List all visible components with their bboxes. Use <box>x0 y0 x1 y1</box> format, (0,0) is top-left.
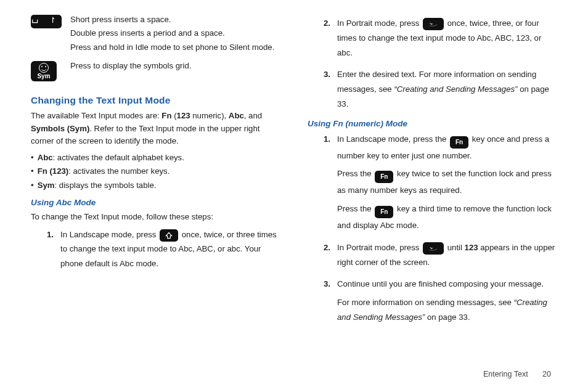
list-item: Sym: displays the symbols table. <box>31 179 280 192</box>
key-row-space: ⌴ ⨡ Short press inserts a space. Double … <box>31 14 280 55</box>
intro-paragraph: The available Text Input modes are: Fn (… <box>31 110 280 147</box>
text: on page 33. <box>425 312 470 322</box>
footer-page-number: 20 <box>542 370 551 378</box>
page-footer: Entering Text 20 <box>483 370 551 378</box>
left-column: ⌴ ⨡ Short press inserts a space. Double … <box>31 14 294 392</box>
text: until <box>447 243 465 252</box>
list-item: In Portrait mode, press *a↑ until 123 ap… <box>324 240 557 270</box>
list-item: Continue until you are finished composin… <box>324 277 557 324</box>
key-row-sym: Sym Press to display the symbols grid. <box>31 60 280 81</box>
text: Sym <box>38 181 55 190</box>
text: The available Text Input modes are: <box>31 111 161 120</box>
text: ( <box>171 111 176 120</box>
text: Double press inserts a period and a spac… <box>70 27 274 39</box>
fn-key-icon: Fn <box>375 171 393 183</box>
list-item: Enter the desired text. For more informa… <box>324 67 557 111</box>
text: : activates the default alphabet keys. <box>53 153 184 162</box>
mode-bullet-list: Abc: activates the default alphabet keys… <box>31 152 280 192</box>
text: In Landscape mode, press <box>60 230 158 239</box>
heading-changing-mode: Changing the Text Input Mode <box>31 95 280 106</box>
text: Press and hold in Idle mode to set phone… <box>70 41 274 54</box>
sym-key-icon: Sym <box>31 61 62 81</box>
text: For more information on sending messages… <box>337 298 514 307</box>
subhead-fn-mode: Using Fn (numeric) Mode <box>308 119 557 128</box>
text: Press to display the symbols grid. <box>70 60 191 72</box>
sym-key-desc: Press to display the symbols grid. <box>70 60 191 73</box>
space-key-icon: ⌴ ⨡ <box>31 15 62 28</box>
text: In Portrait mode, press <box>337 18 422 28</box>
text: Fn <box>161 111 171 120</box>
text: : displays the symbols table. <box>54 181 156 190</box>
text: Short press inserts a space. <box>70 14 274 26</box>
space-key-desc: Short press inserts a space. Double pres… <box>70 14 274 55</box>
list-item: Fn (123): activates the number keys. <box>31 165 280 178</box>
text: Press the <box>337 204 374 213</box>
star-key-icon: *a↑ <box>423 242 444 255</box>
list-item: In Landscape mode, press once, twice, or… <box>47 227 280 271</box>
text: Abc <box>38 153 53 162</box>
text: 123 <box>465 243 478 252</box>
text: Symbols (Sym) <box>31 124 89 133</box>
text: In Landscape mode, press the <box>337 134 449 144</box>
page: ⌴ ⨡ Short press inserts a space. Double … <box>0 0 588 392</box>
text: Abc <box>229 111 244 120</box>
abc-steps: In Landscape mode, press once, twice, or… <box>31 227 280 271</box>
list-item: In Landscape mode, press the Fn key once… <box>324 132 557 233</box>
space-key-glyph: ⌴ ⨡ <box>31 15 62 28</box>
reference-link: “Creating and Sending Messages” <box>394 84 517 94</box>
fn-key-icon: Fn <box>450 136 468 149</box>
text: Press the <box>337 169 374 178</box>
text: In Portrait mode, press <box>337 243 422 252</box>
footer-section: Entering Text <box>483 370 528 378</box>
list-item: In Portrait mode, press *a↑ once, twice,… <box>324 16 557 60</box>
subhead-abc-mode: Using Abc Mode <box>31 198 280 207</box>
text: , and <box>244 111 262 120</box>
shift-key-icon <box>160 229 178 242</box>
text: numeric), <box>190 111 229 120</box>
svg-text:*a↑: *a↑ <box>430 247 433 250</box>
right-column: In Portrait mode, press *a↑ once, twice,… <box>294 14 557 392</box>
svg-text:*a↑: *a↑ <box>430 23 433 25</box>
text: 123 <box>177 111 190 120</box>
star-key-icon: *a↑ <box>423 18 444 30</box>
sym-label: Sym <box>37 73 50 80</box>
text: Continue until you are finished composin… <box>337 279 544 288</box>
fn-steps: In Landscape mode, press the Fn key once… <box>308 132 557 325</box>
text: Fn (123) <box>38 166 69 176</box>
fn-key-icon: Fn <box>375 206 393 218</box>
abc-instruction: To change the Text Input mode, follow th… <box>31 211 280 223</box>
text: : activates the number keys. <box>68 166 169 176</box>
abc-steps-cont: In Portrait mode, press *a↑ once, twice,… <box>308 16 557 112</box>
list-item: Abc: activates the default alphabet keys… <box>31 152 280 164</box>
